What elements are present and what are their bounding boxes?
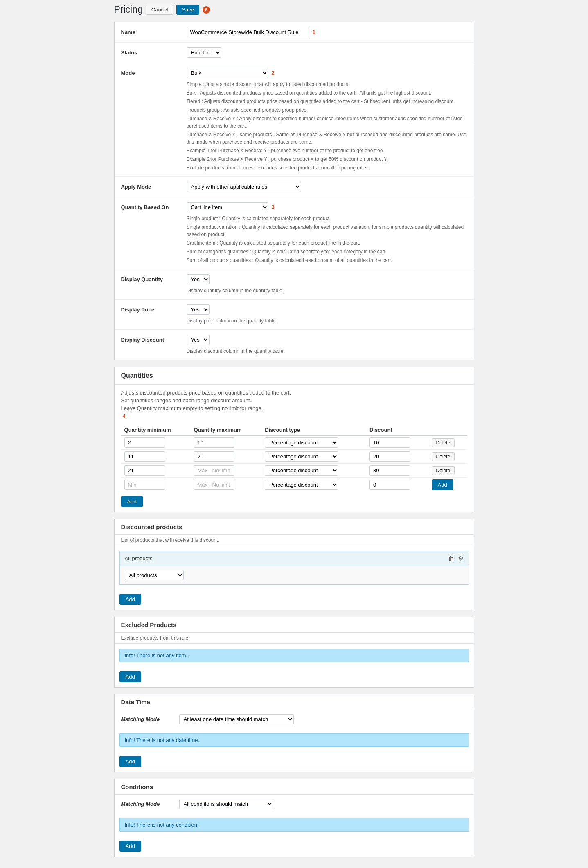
qty-max-cell xyxy=(190,450,261,464)
discount-type-select[interactable]: Percentage discount Fixed discount Fixed… xyxy=(265,465,338,476)
row-action-cell: Delete xyxy=(428,450,467,464)
display-discount-desc: Display discount column in the quantity … xyxy=(187,347,467,355)
table-row: Percentage discount Fixed discount Fixed… xyxy=(121,436,467,450)
conditions-matching-select[interactable]: All conditions should match At least one… xyxy=(179,799,273,809)
product-trash-button[interactable]: 🗑 xyxy=(448,555,455,562)
mode-desc-7: Example 1 for Purchase X Receive Y : pur… xyxy=(187,147,467,154)
discount-type-cell: Percentage discount Fixed discount Fixed… xyxy=(261,464,366,478)
apply-mode-row: Apply Mode Apply with other applicable r… xyxy=(115,177,474,197)
qty-max-input[interactable] xyxy=(194,480,234,490)
add-excluded-product-button[interactable]: Add xyxy=(119,671,141,682)
discount-type-select[interactable]: Percentage discount Fixed discount Fixed… xyxy=(265,437,338,448)
product-item-actions: 🗑 ⚙ xyxy=(448,555,464,562)
discount-value-input[interactable] xyxy=(369,465,410,476)
product-type-select[interactable]: All products Specific products Specific … xyxy=(125,570,184,580)
display-discount-row: Display Discount Yes No Display discount… xyxy=(115,330,474,360)
delete-row-button[interactable]: Delete xyxy=(432,452,455,461)
qty-min-input[interactable] xyxy=(124,480,165,490)
discount-type-cell: Percentage discount Fixed discount Fixed… xyxy=(261,436,366,450)
excluded-products-desc: Exclude products from this rule. xyxy=(115,633,474,644)
name-input[interactable] xyxy=(187,27,309,37)
save-button[interactable]: Save xyxy=(176,5,199,15)
name-badge: 1 xyxy=(312,29,315,35)
cancel-button[interactable]: Cancel xyxy=(146,5,173,15)
qty-min-input[interactable] xyxy=(124,437,165,448)
col-discount: Discount xyxy=(366,424,428,436)
qty-max-input[interactable] xyxy=(194,465,234,476)
mode-label: Mode xyxy=(121,68,187,76)
qty-section-badge: 4 xyxy=(123,413,126,419)
conditions-info: Info! There is not any condition. xyxy=(119,818,469,832)
apply-mode-select[interactable]: Apply with other applicable rules Apply … xyxy=(187,182,301,192)
qty-desc-1: Single product : Quantity is calculated … xyxy=(187,215,467,222)
qty-descriptions: Single product : Quantity is calculated … xyxy=(187,215,467,264)
display-price-row: Display Price Yes No Display price colum… xyxy=(115,300,474,330)
page-title: Pricing xyxy=(114,4,143,15)
qty-max-input[interactable] xyxy=(194,451,234,462)
add-condition-button[interactable]: Add xyxy=(119,841,141,852)
display-discount-select[interactable]: Yes No xyxy=(187,335,210,345)
display-price-select[interactable]: Yes No xyxy=(187,304,210,315)
product-settings-button[interactable]: ⚙ xyxy=(458,555,464,562)
name-row: Name 1 xyxy=(115,22,474,43)
quantities-section: Quantities Adjusts discounted products p… xyxy=(114,367,474,512)
discount-value-input[interactable] xyxy=(369,437,410,448)
product-item-body: All products Specific products Specific … xyxy=(120,566,469,584)
display-price-desc: Display price column in the quantity tab… xyxy=(187,317,467,325)
date-time-info: Info! There is not any date time. xyxy=(119,733,469,747)
quantity-based-on-content: Single product Single product variation … xyxy=(187,202,467,264)
mode-select[interactable]: Simple Bulk Tiered Products group Purcha… xyxy=(187,68,268,78)
qty-min-cell xyxy=(121,478,191,492)
mode-desc-5: Purchase X Receive Y : Apply discount to… xyxy=(187,115,467,130)
date-time-matching-select[interactable]: At least one date time should match All … xyxy=(179,714,294,724)
delete-row-button[interactable]: Delete xyxy=(432,438,455,447)
product-item-title: All products xyxy=(125,555,153,561)
display-quantity-row: Display Quantity Yes No Display quantity… xyxy=(115,269,474,300)
name-label: Name xyxy=(121,27,187,35)
quantity-based-on-select[interactable]: Single product Single product variation … xyxy=(187,202,268,212)
add-date-time-button[interactable]: Add xyxy=(119,756,141,767)
col-discount-type: Discount type xyxy=(261,424,366,436)
table-row: Percentage discount Fixed discount Fixed… xyxy=(121,464,467,478)
status-label: Status xyxy=(121,47,187,56)
product-item: All products 🗑 ⚙ All products Specific p… xyxy=(119,551,469,585)
discount-value-input[interactable] xyxy=(369,480,410,490)
qty-desc-4: Sum of categories quantities : Quantity … xyxy=(187,248,467,255)
unsaved-badge: 6 xyxy=(203,6,210,14)
display-quantity-select[interactable]: Yes No xyxy=(187,274,210,284)
qty-max-cell xyxy=(190,464,261,478)
add-quantity-row-button[interactable]: Add xyxy=(121,496,143,507)
excluded-products-info: Info! There is not any item. xyxy=(119,649,469,662)
conditions-matching-label: Matching Mode xyxy=(121,801,174,807)
date-time-matching-row: Matching Mode At least one date time sho… xyxy=(115,710,474,728)
main-form: Name 1 Status Enabled Disabled Mode Simp… xyxy=(114,22,474,360)
conditions-title: Conditions xyxy=(115,779,474,795)
add-row-button[interactable]: Add xyxy=(432,479,453,490)
date-time-title: Date Time xyxy=(115,694,474,710)
table-row: Percentage discount Fixed discount Fixed… xyxy=(121,478,467,492)
status-content: Enabled Disabled xyxy=(187,47,467,58)
qty-desc-3: Cart line item : Quantity is calculated … xyxy=(187,239,467,247)
date-time-matching-label: Matching Mode xyxy=(121,716,174,722)
quantity-based-on-label: Quantity Based On xyxy=(121,202,187,210)
date-time-section: Date Time Matching Mode At least one dat… xyxy=(114,694,474,772)
qty-min-input[interactable] xyxy=(124,451,165,462)
status-row: Status Enabled Disabled xyxy=(115,43,474,63)
discount-type-select[interactable]: Percentage discount Fixed discount Fixed… xyxy=(265,480,338,490)
qty-min-cell xyxy=(121,464,191,478)
mode-desc-4: Products group : Adjusts specified produ… xyxy=(187,106,467,114)
delete-row-button[interactable]: Delete xyxy=(432,466,455,475)
discount-value-cell xyxy=(366,464,428,478)
mode-descriptions: Simple : Just a simple discount that wil… xyxy=(187,81,467,171)
qty-min-input[interactable] xyxy=(124,465,165,476)
status-select[interactable]: Enabled Disabled xyxy=(187,47,221,58)
row-action-cell: Add xyxy=(428,478,467,492)
col-qty-max: Quantity maximum xyxy=(190,424,261,436)
qty-max-input[interactable] xyxy=(194,437,234,448)
add-discounted-product-button[interactable]: Add xyxy=(119,594,141,605)
discount-value-cell xyxy=(366,450,428,464)
discount-value-input[interactable] xyxy=(369,451,410,462)
discount-type-select[interactable]: Percentage discount Fixed discount Fixed… xyxy=(265,451,338,462)
display-quantity-label: Display Quantity xyxy=(121,274,187,282)
qty-desc-line2: Set quantities ranges and each range dis… xyxy=(121,397,467,404)
